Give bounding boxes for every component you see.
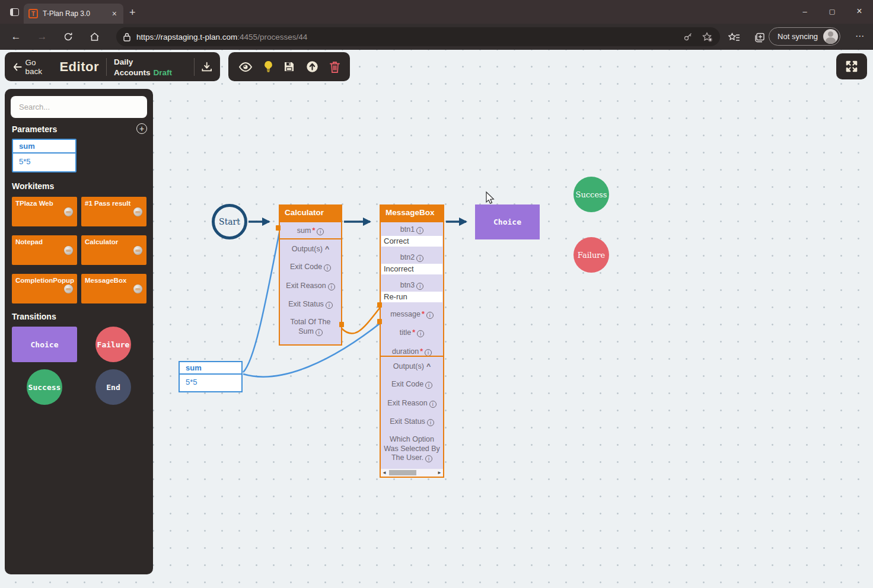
expand-icon [845,60,858,73]
info-icon[interactable] [425,455,432,462]
messagebox-field-title[interactable]: title [381,323,443,341]
failure-node[interactable]: Failure [573,237,609,273]
outputs-header[interactable]: Output(s) [280,239,341,258]
tab-close-icon[interactable]: × [110,9,119,18]
edge-param-calculator-sum[interactable] [243,232,279,372]
workitem-messagebox[interactable]: MessageBox [81,274,146,303]
browser-tab[interactable]: T T-Plan Rap 3.0 × [24,4,123,24]
add-parameter-button[interactable]: + [136,123,147,134]
minimize-button[interactable]: – [791,0,818,23]
parameter-item[interactable]: sum 5*5 [12,139,77,172]
search-input[interactable] [11,96,147,118]
info-icon[interactable] [427,419,434,426]
back-button[interactable]: ← [7,28,25,46]
messagebox-btn3-value[interactable]: Re-run [381,292,442,302]
profile-button[interactable]: Not syncing [769,27,840,46]
info-icon[interactable] [326,302,333,309]
calculator-node[interactable]: Calculator sum [279,204,342,241]
address-bar[interactable]: https://rapstaging.t-plan.com:4455/proce… [116,27,720,46]
collapse-caret-icon[interactable] [325,245,329,253]
scroll-right-icon[interactable]: ► [436,470,442,475]
info-icon[interactable] [416,227,423,234]
close-button[interactable]: × [846,0,873,23]
info-icon[interactable] [425,382,432,389]
scrollbar-thumb[interactable] [389,470,416,475]
calculator-outputs-panel[interactable]: Output(s) Exit Code Exit Reason Exit Sta… [279,238,342,346]
collapse-caret-icon[interactable] [426,362,431,370]
workitem-pass-result[interactable]: #1 Pass result [81,197,146,226]
messagebox-btn1-value[interactable]: Correct [381,236,442,247]
publish-icon[interactable] [306,60,318,73]
transition-failure[interactable]: Failure [95,327,131,362]
output-exit-reason[interactable]: Exit Reason [280,277,341,296]
delete-icon[interactable] [330,61,340,73]
messagebox-field-btn2[interactable]: btn2 [381,247,443,264]
calculator-total-output-handle[interactable] [339,322,344,327]
messagebox-field-message[interactable]: message [381,302,443,323]
download-icon[interactable] [202,62,212,72]
transition-end[interactable]: End [95,369,131,405]
messagebox-btn2-value[interactable]: Incorrect [381,264,442,274]
maximize-button[interactable]: ▢ [818,0,846,23]
edge-totalsum-message[interactable] [342,305,382,334]
param-node-sum[interactable]: sum 5*5 [179,361,243,392]
success-node[interactable]: Success [573,177,609,212]
output-exit-code[interactable]: Exit Code [280,258,341,277]
output-exit-code[interactable]: Exit Code [381,375,443,394]
choice-node[interactable]: Choice [475,204,540,239]
favorites-star-icon[interactable] [702,32,713,42]
tab-workspaces-icon[interactable] [7,5,21,18]
calculator-node-title[interactable]: Calculator [280,206,341,221]
info-icon[interactable] [317,228,324,235]
page-title: Editor [59,59,99,75]
workitem-calculator[interactable]: Calculator [81,235,146,265]
info-icon[interactable] [416,283,423,290]
go-back-button[interactable]: Go back [13,58,52,76]
fullscreen-button[interactable] [836,53,867,79]
transition-success[interactable]: Success [27,369,62,405]
messagebox-field-btn3[interactable]: btn3 [381,274,443,292]
info-icon[interactable] [328,283,335,290]
password-key-icon[interactable] [683,32,693,41]
workitem-notepad[interactable]: Notepad [12,235,77,265]
calculator-input-sum[interactable]: sum [280,221,341,239]
messagebox-field-btn1[interactable]: btn1 [381,221,443,236]
favorites-bar-icon[interactable] [725,28,743,46]
horizontal-scrollbar[interactable]: ◄ ► [381,469,443,477]
messagebox-node[interactable]: MessageBox btn1 Correct btn2 Incorrect b… [380,204,444,372]
required-asterisk [422,310,425,318]
preview-eye-icon[interactable] [238,62,253,72]
browser-menu-icon[interactable]: ⋯ [855,31,865,41]
lightbulb-icon[interactable] [264,60,273,73]
info-icon[interactable] [429,401,436,408]
editor-action-toolbar [228,52,350,81]
messagebox-outputs-panel[interactable]: Output(s) Exit Code Exit Reason Exit Sta… [380,356,444,478]
refresh-button[interactable] [59,28,77,46]
output-total-of-the-sum[interactable]: Total Of The Sum [280,314,341,340]
workitem-badge-icon [133,207,142,216]
save-icon[interactable] [283,61,295,72]
info-icon[interactable] [417,330,424,337]
info-icon[interactable] [316,329,323,336]
messagebox-message-input-handle[interactable] [377,302,382,308]
messagebox-title-input-handle[interactable] [377,319,382,324]
workitem-tplaza-web[interactable]: TPlaza Web [12,197,77,226]
messagebox-node-title[interactable]: MessageBox [381,206,443,221]
info-icon[interactable] [324,264,331,271]
output-exit-status[interactable]: Exit Status [280,295,341,314]
home-button[interactable] [85,28,103,46]
output-exit-status[interactable]: Exit Status [381,413,443,432]
workitem-completionpopup[interactable]: CompletionPopup [12,274,77,303]
scroll-left-icon[interactable]: ◄ [382,470,388,475]
new-tab-button[interactable]: + [129,7,136,18]
start-node[interactable]: Start [212,204,247,239]
transition-choice[interactable]: Choice [12,327,77,362]
output-which-option[interactable]: Which Option Was Selected By The User. [381,432,443,469]
output-exit-reason[interactable]: Exit Reason [381,394,443,413]
outputs-header[interactable]: Output(s) [381,357,443,375]
calculator-sum-input-handle[interactable] [276,225,281,231]
url-path: :4455/processes/44 [237,33,307,41]
collections-icon[interactable] [751,28,769,46]
info-icon[interactable] [426,312,434,319]
info-icon[interactable] [416,255,423,262]
